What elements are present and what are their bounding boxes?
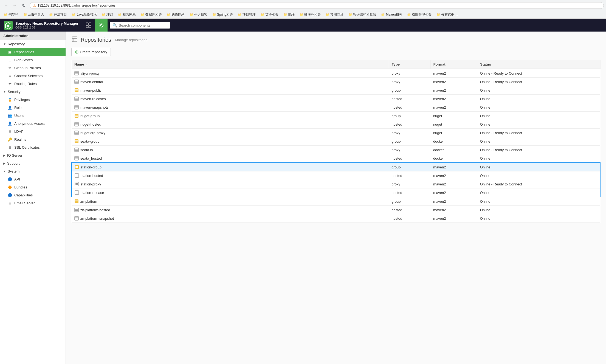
table-row[interactable]: seata-group group docker Online (72, 137, 600, 146)
svg-rect-30 (75, 123, 78, 124)
bookmark-item[interactable]: 📁购物网站 (165, 12, 186, 18)
bookmark-item[interactable]: 📁分布式框… (435, 12, 459, 18)
bookmark-label: 购物网站 (171, 12, 185, 17)
bookmark-item[interactable]: 📁Spring相关 (211, 12, 235, 18)
repo-type-cell: hosted (389, 171, 430, 180)
sidebar-group-iq-server-header[interactable]: ▶ IQ Server (0, 151, 66, 159)
sidebar-item-ldap[interactable]: ⊟ LDAP (0, 128, 66, 136)
sidebar-item-privileges[interactable]: 🏅 Privileges (0, 96, 66, 104)
create-plus-icon: ⊕ (75, 49, 78, 55)
table-row[interactable]: maven-public group maven2 Online (72, 86, 600, 95)
settings-nav-button[interactable] (95, 19, 108, 32)
bookmark-item[interactable]: 📁项目管理 (236, 12, 257, 18)
sidebar-group-security-header[interactable]: ▼ Security (0, 88, 66, 96)
address-bar[interactable]: ⚠ 192.168.110.103:8081/#admin/repository… (30, 2, 604, 9)
create-repository-button[interactable]: ⊕ Create repository (71, 48, 111, 56)
bookmark-item[interactable]: 📁书签栏 (2, 12, 20, 18)
table-row[interactable]: station-proxy proxy maven2 Online - Read… (72, 180, 600, 188)
sidebar-item-cleanup-policies[interactable]: ✏ Cleanup Policies (0, 64, 66, 72)
bookmark-item[interactable]: 📁开源项目 (47, 12, 69, 18)
sidebar-item-api[interactable]: 🔵 API (0, 175, 66, 183)
column-name[interactable]: Name ↑ (72, 60, 389, 69)
sidebar-item-capabilities[interactable]: 🔵 Capabilities (0, 191, 66, 199)
search-input[interactable] (119, 23, 167, 27)
table-row[interactable]: aliyun-proxy proxy maven2 Online - Ready… (72, 69, 600, 78)
sidebar-item-email-server[interactable]: ⊟ Email Server (0, 199, 66, 207)
table-row[interactable]: nuget.org-proxy proxy nuget Online - Rea… (72, 129, 600, 137)
sidebar-item-content-selectors[interactable]: ≡ Content Selectors (0, 72, 66, 80)
sidebar-item-api-label: API (14, 177, 20, 181)
bookmark-icon: 📁 (141, 13, 145, 16)
repo-type-cell: group (389, 197, 430, 206)
table-row[interactable]: nuget-hosted hosted nuget Online (72, 120, 600, 129)
table-row[interactable]: seata_hosted hosted docker Online (72, 154, 600, 163)
svg-rect-17 (75, 88, 78, 92)
header-search[interactable]: 🔍 (110, 22, 170, 29)
bookmark-item[interactable]: 📁数据结构和算法 (347, 12, 378, 18)
page-subtitle: Manage repositories (115, 38, 147, 42)
bookmark-item[interactable]: 📁Java后端技术 (70, 12, 98, 18)
table-row[interactable]: station-group group maven2 Online (72, 163, 600, 171)
table-row[interactable]: maven-central proxy maven2 Online - Read… (72, 78, 600, 86)
privileges-icon: 🏅 (8, 98, 12, 102)
bookmark-icon: 📁 (407, 13, 411, 16)
repo-name: maven-central (80, 80, 103, 84)
repo-name: station-release (81, 191, 104, 195)
support-group-arrow: ▶ (3, 162, 5, 165)
sidebar-item-bundles[interactable]: 🔶 Bundles (0, 183, 66, 191)
forward-button[interactable]: → (11, 2, 19, 9)
bookmark-item[interactable]: 📁从IE中导入 (22, 12, 46, 18)
bookmark-item[interactable]: 📁常用网址 (324, 12, 345, 18)
bookmark-item[interactable]: 📁牛人博客 (188, 12, 209, 18)
table-row[interactable]: maven-releases hosted maven2 Online (72, 95, 600, 103)
bookmarks-bar: 📁书签栏📁从IE中导入📁开源项目📁Java后端技术📁理财📁视频网站📁数据库相关📁… (0, 11, 606, 19)
table-row[interactable]: zn-platform-snapshot hosted maven2 Onlin… (72, 214, 600, 223)
table-row[interactable]: station-release hosted maven2 Online (72, 188, 600, 197)
sidebar-group-support-header[interactable]: ▶ Support (0, 159, 66, 167)
bookmark-item[interactable]: 📁理财 (100, 12, 115, 18)
bookmark-icon: 📁 (118, 13, 122, 16)
bookmark-item[interactable]: 📁视频网站 (116, 12, 137, 18)
sidebar-group-repository-header[interactable]: ▼ Repository (0, 40, 66, 48)
sidebar-item-repositories[interactable]: ▣ Repositories (0, 48, 66, 56)
sidebar-item-ssl-certificates[interactable]: ⊟ SSL Certificates (0, 143, 66, 151)
sidebar-item-roles[interactable]: 👤 Roles (0, 104, 66, 112)
table-row[interactable]: zn-platform group maven2 Online (72, 197, 600, 206)
repo-type-cell: hosted (389, 206, 430, 214)
bookmark-item[interactable]: 📁Maven相关 (379, 12, 404, 18)
table-row[interactable]: maven-snapshots hosted maven2 Online (72, 103, 600, 112)
main-layout: Administration ▼ Repository ▣ Repositori… (0, 32, 606, 364)
sidebar-item-routing-rules[interactable]: ⇌ Routing Rules (0, 80, 66, 88)
bookmark-icon: 📁 (348, 13, 352, 16)
bookmark-item[interactable]: 📁权限管理相关 (405, 12, 433, 18)
sidebar-item-realms[interactable]: 🔑 Realms (0, 136, 66, 143)
bookmark-item[interactable]: 📁前端 (282, 12, 296, 18)
browse-icon (86, 22, 92, 28)
table-row[interactable]: station-hosted hosted maven2 Online (72, 171, 600, 180)
svg-rect-23 (75, 105, 78, 109)
table-row[interactable]: nuget-group group nuget Online (72, 112, 600, 120)
bookmark-item[interactable]: 📁微服务相关 (298, 12, 322, 18)
sidebar-item-anonymous-access[interactable]: 👤 Anonymous Access (0, 120, 66, 128)
svg-rect-21 (75, 98, 78, 98)
table-row[interactable]: zn-platform-hosted hosted maven2 Online (72, 206, 600, 214)
browse-nav-button[interactable] (82, 19, 95, 32)
back-button[interactable]: ← (2, 2, 10, 9)
repo-format-cell: maven2 (430, 171, 477, 180)
bookmark-item[interactable]: 📁数据库相关 (139, 12, 164, 18)
sidebar-item-users[interactable]: 👥 Users (0, 112, 66, 120)
table-row[interactable]: seata.io proxy docker Online - Ready to … (72, 146, 600, 154)
content-selectors-icon: ≡ (8, 74, 12, 78)
ldap-icon: ⊟ (8, 129, 12, 134)
reload-button[interactable]: ↻ (20, 2, 27, 9)
sidebar-group-system-header[interactable]: ▼ System (0, 167, 66, 175)
sidebar-item-blob-stores[interactable]: ⊟ Blob Stores (0, 56, 66, 64)
svg-rect-18 (75, 89, 78, 90)
bookmark-label: 分布式框… (441, 12, 458, 17)
table-header-row: Name ↑ Type Format Status (72, 60, 600, 69)
bookmark-item[interactable]: 📁英语相关 (259, 12, 280, 18)
bookmark-icon: 📁 (283, 13, 287, 16)
repo-name: maven-snapshots (80, 105, 109, 109)
column-name-label: Name (74, 62, 84, 66)
capabilities-icon: 🔵 (8, 193, 12, 197)
